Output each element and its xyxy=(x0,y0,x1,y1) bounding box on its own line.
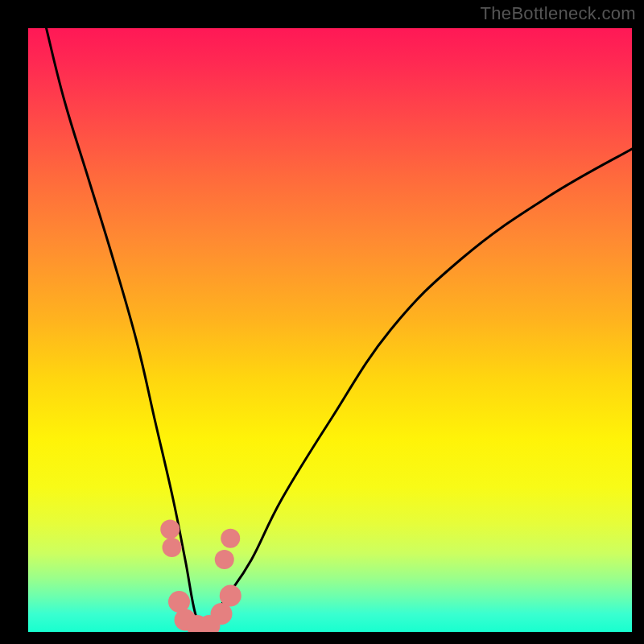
plot-area xyxy=(28,28,632,632)
chart-container: TheBottleneck.com xyxy=(0,0,644,644)
gradient-background xyxy=(28,28,632,632)
watermark-text: TheBottleneck.com xyxy=(481,3,636,24)
